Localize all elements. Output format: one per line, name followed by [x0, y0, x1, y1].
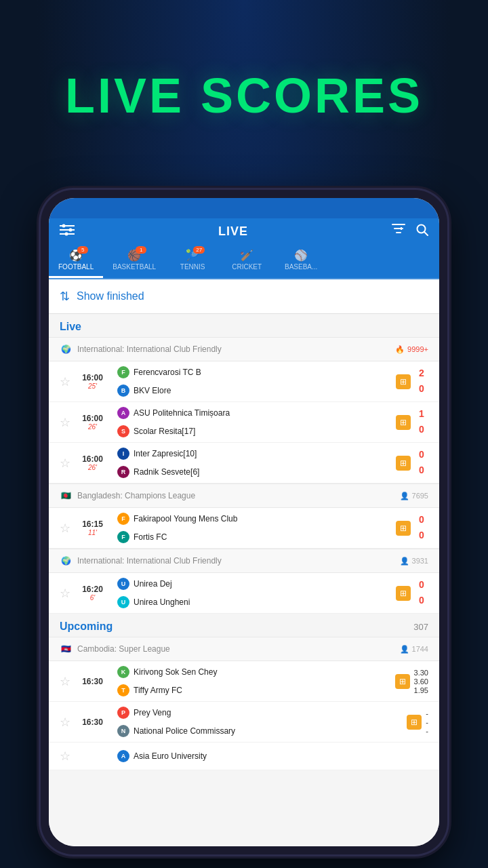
tennis-icon: 🎾 27 — [186, 249, 199, 262]
upcoming-match-time-2: 16:30 — [77, 717, 108, 727]
svg-point-5 — [65, 233, 68, 236]
score1-1: 2 — [419, 367, 424, 380]
page-title: LIVE SCORES — [0, 68, 488, 123]
upcoming-team2-row-2: N National Police Commissary — [117, 723, 399, 739]
team2-row-5: U Unirea Ungheni — [117, 594, 388, 610]
tab-baseball[interactable]: ⚾ BASEBA... — [274, 245, 328, 278]
league-name-bangladesh: Bangladesh: Champions League — [77, 491, 195, 500]
team2-logo-3: R — [117, 466, 129, 478]
match-teams-1: F Ferencvarosi TC B B BKV Elore — [117, 364, 388, 399]
league-flag-intl1: 🌍 — [60, 343, 72, 355]
upcoming-favorite-star-partial[interactable]: ☆ — [60, 749, 70, 764]
upcoming-count: 307 — [413, 622, 428, 632]
team1-row-1: F Ferencvarosi TC B — [117, 364, 388, 380]
odds-draw-2: - — [426, 718, 428, 726]
league-flag-cambodia: 🇰🇭 — [60, 643, 72, 655]
favorite-star-3[interactable]: ☆ — [60, 456, 70, 471]
team1-logo-2: A — [117, 407, 129, 419]
match-scores-4: 0 0 — [415, 513, 428, 542]
league-info-cambodia: 🇰🇭 Cambodia: Super League — [60, 643, 170, 655]
show-finished-bar[interactable]: ⇅ Show finished — [49, 279, 439, 314]
odds-btn-1[interactable]: ⊞ — [396, 374, 411, 389]
match-time-2: 16:00 26' — [77, 414, 108, 431]
favorite-star-4[interactable]: ☆ — [60, 521, 70, 536]
league-viewers-intl2: 👤 3931 — [400, 557, 428, 566]
team2-logo-1: B — [117, 384, 129, 397]
team1-logo-4: F — [117, 513, 129, 525]
score1-3: 0 — [419, 448, 424, 462]
svg-point-1 — [62, 224, 66, 228]
team1-name-4: Fakirapool Young Mens Club — [134, 514, 237, 524]
odds2-1: 1.95 — [414, 686, 428, 694]
league-row-intl1: 🌍 International: International Club Frie… — [49, 337, 439, 361]
live-section-header: Live — [49, 314, 439, 337]
header-icons — [392, 224, 428, 239]
score1-5: 0 — [419, 578, 424, 592]
tab-football[interactable]: ⚽ 5 FOOTBALL — [49, 245, 103, 278]
match-time-3: 16:00 26' — [77, 454, 108, 471]
upcoming-team1-row-2: P Prey Veng — [117, 705, 399, 721]
upcoming-match-teams-partial: A Asia Euro University — [117, 748, 424, 764]
upcoming-match-row-partial[interactable]: ☆ A Asia Euro University — [49, 743, 439, 770]
odds-icon-4: ⊞ — [400, 524, 407, 533]
match-row-4[interactable]: ☆ 16:15 11' F Fakirapool Young Mens Club… — [49, 508, 439, 549]
svg-point-3 — [69, 229, 73, 232]
odds-btn-2[interactable]: ⊞ — [396, 415, 411, 430]
team2-row-1: B BKV Elore — [117, 382, 388, 399]
header-title: LIVE — [218, 224, 248, 239]
league-viewers-cambodia: 👤 1744 — [400, 645, 428, 654]
league-info-intl2: 🌍 International: International Club Frie… — [60, 555, 222, 567]
team1-row-3: I Inter Zapresic[10] — [117, 446, 388, 462]
upcoming-odds-btn-2[interactable]: ⊞ — [407, 715, 422, 730]
match-row-3[interactable]: ☆ 16:00 26' I Inter Zapresic[10] R Radni… — [49, 443, 439, 484]
team2-name-2: Scolar Resita[17] — [134, 427, 195, 436]
odds-btn-3[interactable]: ⊞ — [396, 456, 411, 471]
team2-name-4: Fortis FC — [134, 532, 167, 542]
league-flag-bangladesh: 🇧🇩 — [60, 490, 72, 502]
odds-icon-1: ⊞ — [400, 377, 407, 387]
odds-btn-5[interactable]: ⊞ — [396, 586, 411, 601]
content-area: ⇅ Show finished Live 🌍 International: In… — [49, 279, 439, 846]
match-row-2[interactable]: ☆ 16:00 26' A ASU Politehnica Timișoara … — [49, 402, 439, 443]
match-row-1[interactable]: ☆ 16:00 25' F Ferencvarosi TC B B BKV El… — [49, 361, 439, 402]
team1-name-3: Inter Zapresic[10] — [134, 449, 197, 458]
tab-cricket[interactable]: 🏏 CRICKET — [220, 245, 274, 278]
upcoming-odds-btn-1[interactable]: ⊞ — [395, 674, 410, 689]
league-flag-intl2: 🌍 — [60, 555, 72, 567]
menu-icon[interactable] — [60, 224, 75, 239]
team2-name-1: BKV Elore — [134, 386, 171, 395]
upcoming-team1-name-2: Prey Veng — [134, 708, 171, 717]
league-name-intl1: International: International Club Friend… — [77, 344, 222, 354]
upcoming-match-row-1[interactable]: ☆ 16:30 K Kirivong Sok Sen Chey T Tiffy … — [49, 661, 439, 702]
upcoming-match-time-1: 16:30 — [77, 677, 108, 686]
svg-line-8 — [424, 232, 428, 235]
upcoming-favorite-star-2[interactable]: ☆ — [60, 715, 70, 730]
odds-btn-4[interactable]: ⊞ — [396, 521, 411, 536]
app-header: LIVE — [49, 218, 439, 245]
upcoming-match-row-2[interactable]: ☆ 16:30 P Prey Veng N National Police Co… — [49, 702, 439, 743]
favorite-star-2[interactable]: ☆ — [60, 415, 70, 430]
league-name-cambodia: Cambodia: Super League — [77, 644, 170, 654]
odds-icon-3: ⊞ — [400, 458, 407, 468]
match-teams-4: F Fakirapool Young Mens Club F Fortis FC — [117, 511, 388, 545]
upcoming-team2-logo-2: N — [117, 725, 129, 737]
upcoming-favorite-star-1[interactable]: ☆ — [60, 674, 70, 689]
match-time-1: 16:00 25' — [77, 373, 108, 390]
upcoming-odds-values-1: 3.30 3.60 1.95 — [414, 669, 428, 694]
team1-row-4: F Fakirapool Young Mens Club — [117, 511, 388, 527]
tab-tennis[interactable]: 🎾 27 TENNIS — [165, 245, 220, 278]
team2-name-3: Radnik Sesvete[6] — [134, 467, 199, 477]
team1-name-1: Ferencvarosi TC B — [134, 368, 201, 377]
filter-icon[interactable] — [392, 224, 405, 239]
team1-row-2: A ASU Politehnica Timișoara — [117, 405, 388, 421]
search-icon[interactable] — [416, 224, 428, 239]
show-finished-text: Show finished — [77, 290, 144, 302]
upcoming-team1-logo-2: P — [117, 707, 129, 719]
match-row-5[interactable]: ☆ 16:20 6' U Unirea Dej U Unirea Ungheni — [49, 573, 439, 614]
favorite-star-1[interactable]: ☆ — [60, 374, 70, 389]
upcoming-team2-row-1: T Tiffy Army FC — [117, 682, 387, 698]
odds-draw-1: 3.60 — [414, 677, 428, 686]
favorite-star-5[interactable]: ☆ — [60, 586, 70, 601]
upcoming-odds-values-2: - - - — [426, 709, 428, 735]
tab-basketball[interactable]: 🏀 1 BASKETBALL — [103, 245, 165, 278]
